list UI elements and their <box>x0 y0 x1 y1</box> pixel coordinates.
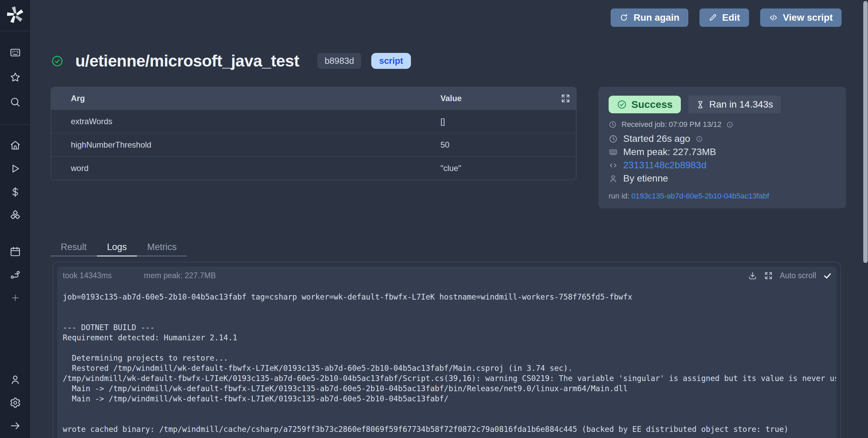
edit-label: Edit <box>722 12 740 23</box>
sidebar-item-star[interactable] <box>0 65 30 90</box>
mem-peak-row: Mem peak: 227.73MB <box>609 147 836 157</box>
status-badge: Success <box>609 96 681 113</box>
sidebar-item-gear[interactable] <box>0 391 30 414</box>
log-box: took 14343ms mem peak: 227.7MB Auto scro… <box>57 267 836 438</box>
sidebar-item-search[interactable] <box>0 90 30 114</box>
person-icon <box>609 174 618 183</box>
code-icon <box>609 161 618 170</box>
job-info-panel: Success Ran in 14.343s Received job: 07:… <box>598 87 846 208</box>
sidebar-item-calendar[interactable] <box>0 240 30 263</box>
script-type-badge[interactable]: script <box>371 53 411 69</box>
received-row: Received job: 07:09 PM 13/12 <box>609 120 836 129</box>
pencil-icon <box>708 13 717 22</box>
hash-badge: b8983d <box>317 53 361 69</box>
arg-name: extraWords <box>51 117 440 126</box>
arg-name: highNumberThreshold <box>51 140 440 150</box>
expand-log-icon[interactable] <box>764 271 773 280</box>
kbd-icon <box>9 47 21 58</box>
refresh-icon <box>619 13 628 22</box>
calendar-icon <box>9 246 21 258</box>
download-icon[interactable] <box>748 271 757 280</box>
log-took-label: took 14343ms <box>63 271 112 280</box>
tab-metrics[interactable]: Metrics <box>137 239 187 256</box>
received-label: Received job: 07:09 PM 13/12 <box>622 120 722 129</box>
edit-button[interactable]: Edit <box>699 8 749 27</box>
script-hash-row: 23131148c2b8983d <box>609 160 836 171</box>
started-label: Started 26s ago <box>623 133 690 144</box>
page-title: u/etienne/microsoft_java_test <box>75 52 299 70</box>
code-icon <box>769 13 778 22</box>
check-circle-icon <box>617 99 627 110</box>
log-header: took 14343ms mem peak: 227.7MB Auto scro… <box>57 267 836 284</box>
tab-result[interactable]: Result <box>51 239 97 256</box>
app-window: Run again Edit View script u/etienne/mic… <box>0 0 868 438</box>
run-id-row: run id: 0193c135-ab7d-60e5-2b10-04b5ac13… <box>609 192 836 201</box>
column-header-value: Value <box>440 94 560 103</box>
main-content: Run again Edit View script u/etienne/mic… <box>31 0 868 438</box>
sidebar-item-plus[interactable] <box>0 286 30 309</box>
play-icon <box>9 163 21 174</box>
status-label: Success <box>631 99 673 110</box>
page-scrollbar-thumb[interactable] <box>863 1 868 263</box>
route-icon <box>9 269 21 281</box>
status-row: Success Ran in 14.343s <box>609 96 836 113</box>
args-table-header: Arg Value <box>51 87 576 110</box>
arg-name: word <box>51 164 440 173</box>
sidebar-item-cubes[interactable] <box>0 204 30 227</box>
arg-value: "clue" <box>440 164 576 173</box>
title-row: u/etienne/microsoft_java_test b8983d scr… <box>51 52 411 70</box>
tab-logs[interactable]: Logs <box>97 239 137 256</box>
sidebar-divider <box>0 124 30 125</box>
plus-icon <box>11 293 20 303</box>
log-mem-peak-label: mem peak: 227.7MB <box>144 271 216 280</box>
sidebar-item-home[interactable] <box>0 133 30 157</box>
gear-icon <box>9 397 21 408</box>
view-script-label: View script <box>783 12 833 23</box>
sidebar-item-play[interactable] <box>0 157 30 180</box>
table-row[interactable]: extraWords[] <box>51 110 576 133</box>
table-row[interactable]: word"clue" <box>51 156 576 180</box>
script-hash-link[interactable]: 23131148c2b8983d <box>623 160 707 171</box>
result-tabs: ResultLogsMetrics <box>51 239 187 256</box>
sidebar-item-user[interactable] <box>0 368 30 391</box>
auto-scroll-label: Auto scroll <box>780 271 816 280</box>
run-id-link[interactable]: 0193c135-ab7d-60e5-2b10-04b5ac13fabf <box>631 192 769 200</box>
log-text: job=0193c135-ab7d-60e5-2b10-04b5ac13fabf… <box>57 284 836 434</box>
clock-icon <box>609 120 617 129</box>
sidebar <box>0 0 31 438</box>
success-check-icon <box>51 55 64 68</box>
args-table-body: extraWords[]highNumberThreshold50word"cl… <box>51 110 576 180</box>
args-table: Arg Value extraWords[]highNumberThreshol… <box>51 87 576 180</box>
sidebar-item-dollar[interactable] <box>0 180 30 204</box>
sidebar-item-route[interactable] <box>0 263 30 286</box>
run-again-button[interactable]: Run again <box>611 8 688 27</box>
author-row: By etienne <box>609 173 836 184</box>
duration-chip: Ran in 14.343s <box>688 96 781 113</box>
info-icon[interactable] <box>726 121 733 128</box>
windmill-logo-icon[interactable] <box>6 5 25 24</box>
star-icon <box>9 72 21 83</box>
expand-args-icon[interactable] <box>560 93 571 103</box>
dollar-icon <box>9 186 21 198</box>
table-row[interactable]: highNumberThreshold50 <box>51 133 576 156</box>
run-again-label: Run again <box>633 12 679 23</box>
cubes-icon <box>9 210 21 221</box>
view-script-button[interactable]: View script <box>760 8 842 27</box>
clock-icon <box>609 134 618 144</box>
info-icon[interactable] <box>696 135 703 142</box>
memory-icon <box>609 148 618 157</box>
mem-peak-label: Mem peak: 227.73MB <box>623 147 716 157</box>
sidebar-divider <box>0 31 30 31</box>
search-icon <box>9 96 21 108</box>
run-id-label: run id: <box>609 192 629 200</box>
user-icon <box>9 374 21 385</box>
started-row: Started 26s ago <box>609 133 836 144</box>
sidebar-item-kbd[interactable] <box>0 40 30 65</box>
author-label: By etienne <box>623 173 668 184</box>
arrow-right-icon <box>9 420 21 432</box>
auto-scroll-checkbox[interactable] <box>823 271 832 280</box>
sidebar-item-arrow-right[interactable] <box>0 414 30 437</box>
home-icon <box>9 139 21 151</box>
log-header-actions: Auto scroll <box>748 271 832 280</box>
arg-value: 50 <box>440 140 576 150</box>
